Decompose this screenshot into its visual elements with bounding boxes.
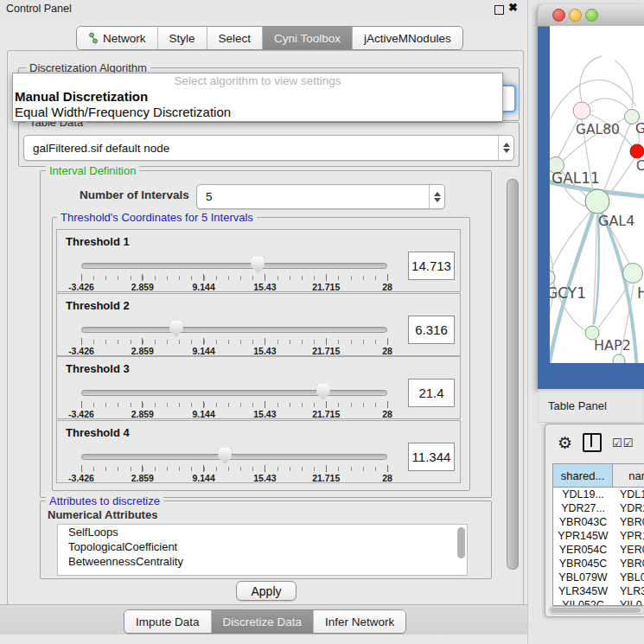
slider-tick-label: 2.859 [131,409,154,419]
slider-minor-ticks [81,276,388,280]
dropdown-item[interactable]: Manual Discretization [13,89,502,105]
network-canvas[interactable]: GAL80GACGAL11GAL4GCY1HHAP2 [550,26,644,363]
slider-major-tick [142,338,143,345]
combo-spinner-icon[interactable] [498,136,513,160]
slider-major-tick [203,274,204,281]
threshold-slider[interactable]: -3.4262.8599.14415.4321.71528 [81,447,387,481]
numerical-attributes-list[interactable]: SelfLoopsTopologicalCoefficientBetweenne… [57,524,468,576]
cell-shared-name[interactable]: YER054C [553,543,613,557]
cell-name[interactable]: YBR0 [613,515,644,529]
table-hscrollbar[interactable] [549,606,644,615]
cell-shared-name[interactable]: YBR045C [553,557,613,571]
tab-discretize-data[interactable]: Discretize Data [212,610,315,633]
threshold-slider[interactable]: -3.4262.8599.14415.4321.71528 [81,320,387,354]
node-label-ga: GA [635,121,644,137]
checkbox-icons[interactable]: ☑☑ [612,437,634,450]
threshold-label: Threshold 1 [66,235,130,248]
node-gal80[interactable] [573,102,590,119]
cell-shared-name[interactable]: YBR043C [553,515,613,529]
column-header-shared-name[interactable]: shared... [553,464,613,487]
table-row[interactable]: YIL052CYIL0 [553,598,644,606]
attribute-list-item[interactable]: TopologicalCoefficient [58,539,467,554]
zoom-traffic-light-icon[interactable] [585,9,598,22]
top-tabs: NetworkStyleSelectCyni ToolboxjActiveMNo… [76,26,463,50]
cell-name[interactable]: YBR0 [613,557,644,571]
slider-minor-ticks [81,403,388,407]
threshold-slider[interactable]: -3.4262.8599.14415.4321.71528 [81,383,387,418]
table-row[interactable]: YBL079WYBL0 [553,571,644,584]
tab-label: Impute Data [136,615,200,628]
table-row[interactable]: YBR045CYBR0 [553,557,644,571]
cell-shared-name[interactable]: YPR145W [553,529,613,543]
dropdown-item[interactable]: Equal Width/Frequency Discretization [13,105,502,120]
minimize-traffic-light-icon[interactable] [569,9,582,22]
cell-shared-name[interactable]: YDR27... [553,501,613,515]
cell-name[interactable]: YDR2 [613,501,644,515]
node-table[interactable]: shared...name YDL19...YDL1YDR27...YDR2YB… [552,463,644,606]
table-hscrollbar-thumb[interactable] [551,608,641,613]
node-label-gal11: GAL11 [552,169,600,187]
slider-tick-label: 9.144 [192,346,214,356]
slider-handle-icon[interactable] [169,321,183,337]
network-edge[interactable] [588,99,628,110]
cell-name[interactable]: YDL1 [613,488,644,501]
tab-network[interactable]: Network [77,27,158,49]
table-row[interactable]: YBR043CYBR0 [553,515,644,529]
float-window-icon[interactable] [494,5,504,15]
node-red[interactable] [630,144,644,158]
node-bottom[interactable] [613,354,625,363]
slider-tick-label: 28 [382,409,392,419]
network-edge[interactable] [598,283,629,328]
tab-impute-data[interactable]: Impute Data [124,610,212,633]
table-data-select[interactable]: galFiltered.sif default node [23,135,514,161]
close-icon[interactable]: ✖ [508,1,518,14]
threshold-panel: Threshold 1 -3.4262.8599.14415.4321.7152… [56,229,461,292]
cell-name[interactable]: YER0 [613,543,644,557]
split-columns-icon[interactable] [583,433,602,452]
slider-track[interactable] [81,263,387,269]
cell-shared-name[interactable]: YLR345W [553,584,613,598]
list-scrollbar[interactable] [457,527,465,558]
slider-handle-icon[interactable] [251,257,265,273]
settings-panel: Discretization Algorithm Table Data galF… [7,50,524,605]
slider-track[interactable] [81,454,387,460]
cell-name[interactable]: YPR1 [613,529,644,543]
cell-name[interactable]: YLR3 [613,584,644,598]
cell-name[interactable]: YIL0 [613,598,644,606]
threshold-slider[interactable]: -3.4262.8599.14415.4321.71528 [81,256,387,290]
node-gal4[interactable] [585,189,609,214]
table-row[interactable]: YDR27...YDR2 [553,501,644,515]
threshold-value-field[interactable]: 14.713 [408,252,455,280]
slider-handle-icon[interactable] [218,448,232,464]
panel-scrollbar[interactable] [507,179,519,570]
cell-shared-name[interactable]: YIL052C [553,598,613,606]
attribute-list-item[interactable]: BetweennessCentrality [58,554,467,569]
tab-infer-network[interactable]: Infer Network [314,610,405,633]
tab-jactivemnodules[interactable]: jActiveMNodules [353,27,462,49]
table-row[interactable]: YDL19...YDL1 [553,488,644,501]
slider-track[interactable] [81,390,387,396]
number-of-intervals-select[interactable]: 5 [196,184,445,209]
attribute-list-item[interactable]: SelfLoops [58,525,467,539]
table-row[interactable]: YLR345WYLR3 [553,584,644,598]
slider-track[interactable] [81,327,387,333]
column-header-name[interactable]: name [613,464,644,487]
threshold-value-field[interactable]: 6.316 [408,316,455,344]
combo-spinner-icon[interactable] [429,185,444,208]
table-row[interactable]: YPR145WYPR1 [553,529,644,543]
tab-select[interactable]: Select [207,27,264,49]
table-row[interactable]: YER054CYER0 [553,543,644,557]
threshold-value-field[interactable]: 21.4 [408,379,455,407]
network-edge[interactable] [580,56,602,102]
cell-shared-name[interactable]: YDL19... [553,488,613,501]
gear-icon[interactable]: ⚙ [558,435,572,451]
cell-name[interactable]: YBL0 [613,571,644,584]
slider-handle-icon[interactable] [316,384,330,400]
node-h[interactable] [623,264,643,284]
cell-shared-name[interactable]: YBL079W [553,571,613,584]
tab-style[interactable]: Style [158,27,207,49]
tab-cyni-toolbox[interactable]: Cyni Toolbox [263,27,353,49]
apply-button[interactable]: Apply [236,581,296,601]
threshold-value-field[interactable]: 11.344 [408,443,455,471]
close-traffic-light-icon[interactable] [552,9,565,22]
